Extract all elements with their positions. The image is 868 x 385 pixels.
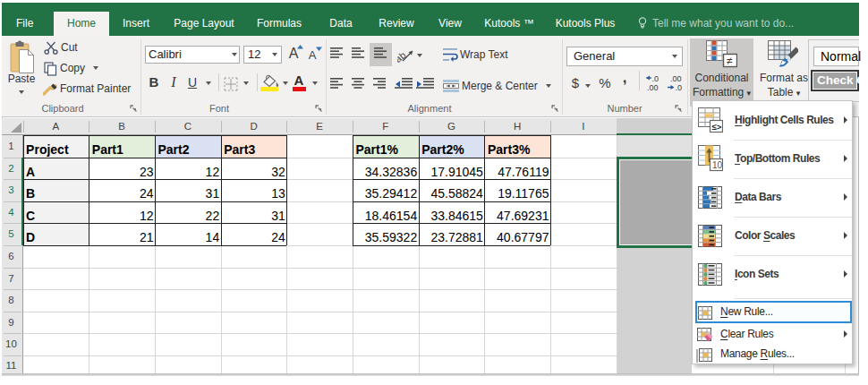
svg-text:ab: ab xyxy=(397,49,408,64)
svg-text:≤>: ≤> xyxy=(712,122,722,132)
svg-text:.00: .00 xyxy=(670,74,682,83)
svg-text:10: 10 xyxy=(712,160,723,170)
svg-text:.0: .0 xyxy=(676,83,683,91)
svg-text:≠: ≠ xyxy=(727,55,733,67)
svg-text:.00: .00 xyxy=(647,83,659,91)
svg-text:.0: .0 xyxy=(652,74,660,83)
